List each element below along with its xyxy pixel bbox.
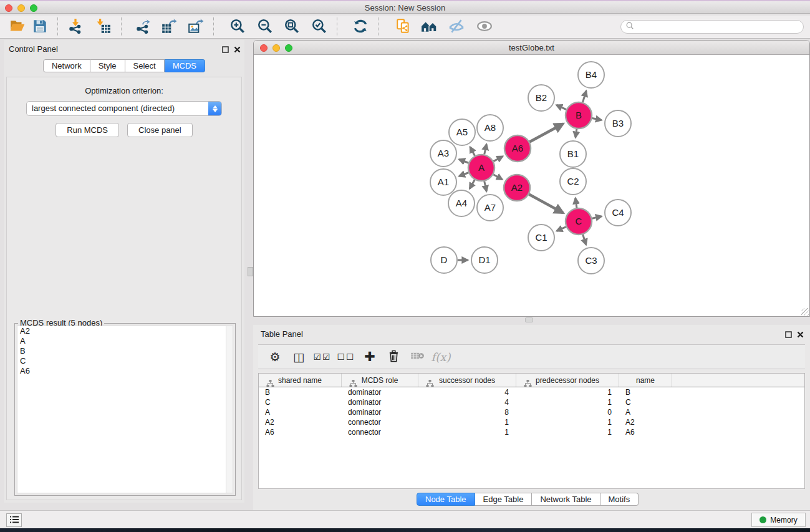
result-item[interactable]: C xyxy=(17,356,233,366)
search-input[interactable] xyxy=(634,21,803,32)
graph-edge-C-C2[interactable] xyxy=(576,198,577,208)
create-column-button[interactable]: ✚ xyxy=(358,346,382,367)
table-cell[interactable]: dominator xyxy=(342,387,418,397)
graph-edge-B-B1[interactable] xyxy=(576,129,577,138)
save-session-button[interactable] xyxy=(29,17,51,37)
tab-motifs[interactable]: Motifs xyxy=(600,493,639,506)
table-row[interactable]: Adominator80A xyxy=(259,407,804,417)
tab-mcds[interactable]: MCDS xyxy=(165,59,205,72)
unselect-all-columns-button[interactable]: ☐☐ xyxy=(334,346,358,367)
close-panel-icon[interactable] xyxy=(234,44,241,56)
function-builder-button[interactable]: f(x) xyxy=(429,346,453,367)
zoom-selected-button[interactable] xyxy=(308,17,330,37)
graph-edge-A2-C[interactable] xyxy=(529,195,563,213)
export-image-button[interactable] xyxy=(185,17,207,37)
result-item[interactable]: A xyxy=(17,336,233,346)
window-resize-grip[interactable] xyxy=(801,308,809,316)
import-network-button[interactable] xyxy=(64,17,87,37)
close-panel-button[interactable]: Close panel xyxy=(127,123,193,137)
graph-edge-B-B3[interactable] xyxy=(592,118,602,120)
delete-column-button[interactable] xyxy=(382,346,405,367)
import-table-button[interactable] xyxy=(92,17,115,37)
result-item[interactable]: A2 xyxy=(17,326,233,336)
mcds-result-list[interactable]: A2ABCA6 xyxy=(17,326,233,493)
hide-selected-button[interactable] xyxy=(445,17,468,37)
table-cell[interactable]: dominator xyxy=(342,407,418,417)
show-columns-button[interactable]: ◫ xyxy=(287,346,311,367)
table-cell[interactable]: 0 xyxy=(516,407,619,417)
table-cell[interactable]: 1 xyxy=(516,397,619,407)
graph-edge-A-A7[interactable] xyxy=(485,181,487,191)
open-session-button[interactable] xyxy=(6,17,29,37)
graph-edge-A-A1[interactable] xyxy=(459,173,468,177)
float-panel-icon[interactable] xyxy=(785,329,792,341)
home-networks-button[interactable] xyxy=(418,17,440,37)
table-cell[interactable]: C xyxy=(259,397,342,407)
graph-edge-A-A3[interactable] xyxy=(459,160,468,163)
result-item[interactable]: A6 xyxy=(17,366,233,376)
criterion-dropdown[interactable]: largest connected component (directed) xyxy=(26,101,222,116)
graph-edge-C-C4[interactable] xyxy=(592,216,601,218)
table-row[interactable]: A2connector11A2 xyxy=(259,417,804,427)
graph-edge-A-A8[interactable] xyxy=(485,144,487,154)
table-cell[interactable]: A xyxy=(619,407,672,417)
table-cell[interactable]: 1 xyxy=(516,427,619,437)
export-table-button[interactable] xyxy=(158,17,180,37)
tab-network-table[interactable]: Network Table xyxy=(532,493,600,506)
tab-network[interactable]: Network xyxy=(43,59,90,72)
table-cell[interactable]: A6 xyxy=(259,427,342,437)
zoom-in-button[interactable] xyxy=(226,17,249,37)
table-cell[interactable]: 1 xyxy=(418,417,516,427)
graph-edge-A6-B[interactable] xyxy=(529,124,563,142)
float-panel-icon[interactable] xyxy=(222,44,229,56)
table-cell[interactable]: 4 xyxy=(418,387,516,397)
table-cell[interactable]: 1 xyxy=(516,417,619,427)
run-mcds-button[interactable]: Run MCDS xyxy=(55,123,119,137)
table-cell[interactable]: B xyxy=(259,387,342,397)
column-header-predecessor-nodes[interactable]: predecessor nodes xyxy=(516,374,619,387)
table-row[interactable]: Bdominator41B xyxy=(259,387,804,397)
column-header-successor-nodes[interactable]: successor nodes xyxy=(418,374,516,387)
graph-edge-B-B2[interactable] xyxy=(556,105,566,109)
table-cell[interactable]: A2 xyxy=(259,417,342,427)
table-cell[interactable]: B xyxy=(619,387,672,397)
vertical-splitter-handle[interactable] xyxy=(248,267,253,276)
table-row[interactable]: A6connector11A6 xyxy=(259,427,804,437)
table-cell[interactable]: dominator xyxy=(342,397,418,407)
table-cell[interactable]: 1 xyxy=(418,427,516,437)
table-cell[interactable]: 8 xyxy=(418,407,516,417)
result-item[interactable]: B xyxy=(17,346,233,356)
network-documents-button[interactable] xyxy=(392,17,415,37)
select-all-columns-button[interactable]: ☑☑ xyxy=(311,346,334,367)
graph-edge-A-A4[interactable] xyxy=(470,180,475,188)
table-cell[interactable]: A xyxy=(259,407,342,417)
table-row[interactable]: Cdominator41C xyxy=(259,397,804,407)
export-network-button[interactable] xyxy=(132,17,154,37)
table-cell[interactable]: C xyxy=(619,397,672,407)
table-cell[interactable]: connector xyxy=(342,427,418,437)
column-header-name[interactable]: name xyxy=(619,374,672,387)
refresh-layout-button[interactable] xyxy=(349,17,372,37)
table-cell[interactable]: 4 xyxy=(418,397,516,407)
show-panels-button[interactable] xyxy=(6,513,22,527)
horizontal-splitter-handle[interactable] xyxy=(525,317,533,322)
graph-edge-A-A2[interactable] xyxy=(493,175,502,180)
show-hidden-button[interactable] xyxy=(473,17,496,37)
graph-edge-A-A6[interactable] xyxy=(493,157,503,162)
tab-node-table[interactable]: Node Table xyxy=(417,493,475,506)
tab-select[interactable]: Select xyxy=(125,59,165,72)
column-header-shared-name[interactable]: shared name xyxy=(259,374,342,387)
memory-button[interactable]: Memory xyxy=(751,513,806,527)
table-cell[interactable]: A6 xyxy=(619,427,672,437)
graph-edge-B-B4[interactable] xyxy=(582,91,586,102)
table-settings-button[interactable]: ⚙ xyxy=(263,346,287,367)
delete-table-button[interactable] xyxy=(405,346,429,367)
close-panel-icon[interactable] xyxy=(797,329,804,341)
tab-style[interactable]: Style xyxy=(90,59,125,72)
table-cell[interactable]: 1 xyxy=(516,387,619,397)
zoom-fit-button[interactable] xyxy=(281,17,303,37)
graph-edge-C-C3[interactable] xyxy=(583,235,586,244)
zoom-out-button[interactable] xyxy=(254,17,276,37)
tab-edge-table[interactable]: Edge Table xyxy=(475,493,533,506)
network-canvas[interactable]: B4B2BB3A8A5A6A3B1AA1C2A2A4A7C4CC1C3DD1 xyxy=(254,55,809,316)
